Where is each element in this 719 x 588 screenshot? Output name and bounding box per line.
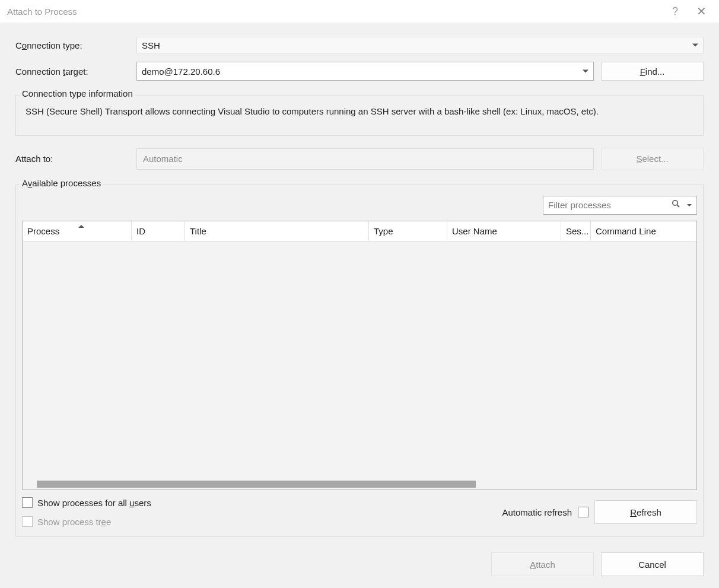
column-command-line[interactable]: Command Line <box>591 221 696 241</box>
label-part: sers <box>134 498 151 508</box>
available-processes-legend: Available processes <box>20 178 103 188</box>
find-button[interactable]: Find... <box>601 62 704 81</box>
label-part: e <box>106 517 111 527</box>
connection-info-text: SSH (Secure Shell) Transport allows conn… <box>26 105 693 119</box>
grid-body <box>23 241 696 479</box>
chevron-down-icon[interactable] <box>687 204 692 206</box>
label-mnemonic: A <box>530 560 536 570</box>
label-part: nnection type: <box>27 40 82 50</box>
column-id[interactable]: ID <box>132 221 185 241</box>
show-all-users-checkbox[interactable]: Show processes for all users <box>22 497 151 508</box>
attach-to-text: Automatic <box>143 154 183 164</box>
checkbox-icon <box>22 497 33 508</box>
connection-target-value: demo@172.20.60.6 <box>142 66 220 77</box>
refresh-cluster: Automatic refresh Refresh <box>502 500 697 524</box>
attach-to-row: Attach to: Automatic Select... <box>15 148 704 170</box>
processes-bottom-row: Show processes for all users Show proces… <box>22 497 697 527</box>
titlebar: Attach to Process ? ✕ <box>0 0 719 23</box>
show-process-tree-label: Show process tree <box>37 517 111 527</box>
grid-header: Process ID Title Type User Name Ses... C… <box>23 221 696 241</box>
label-part: ttach <box>536 560 555 570</box>
attach-to-label: Attach to: <box>15 154 136 164</box>
column-user-name[interactable]: User Name <box>447 221 561 241</box>
column-session[interactable]: Ses... <box>561 221 591 241</box>
attach-to-process-dialog: Attach to Process ? ✕ Connection type: S… <box>0 0 719 588</box>
select-button: Select... <box>601 148 704 170</box>
svg-line-1 <box>677 205 679 207</box>
refresh-button[interactable]: Refresh <box>594 500 697 524</box>
label-part: Show processes for all <box>37 498 129 508</box>
connection-type-row: Connection type: SSH <box>15 37 704 53</box>
window-title: Attach to Process <box>5 7 662 17</box>
process-checks: Show processes for all users Show proces… <box>22 497 151 527</box>
label-part: efresh <box>637 507 661 517</box>
chevron-down-icon <box>583 70 588 73</box>
attach-to-value: Automatic <box>136 148 594 170</box>
label-part: arget: <box>65 66 88 77</box>
search-icon <box>672 199 681 211</box>
connection-target-label: Connection target: <box>15 66 136 77</box>
horizontal-scrollbar[interactable] <box>23 479 696 490</box>
attach-button: Attach <box>491 552 594 576</box>
dialog-footer: Attach Cancel <box>15 552 704 576</box>
label-part: ind... <box>645 66 665 77</box>
label-part: Show process tr <box>37 517 101 527</box>
help-icon[interactable]: ? <box>662 5 688 18</box>
connection-target-combo[interactable]: demo@172.20.60.6 <box>136 62 594 81</box>
show-all-users-label: Show processes for all users <box>37 498 151 508</box>
show-process-tree-checkbox: Show process tree <box>22 516 151 527</box>
column-label: Process <box>27 226 59 236</box>
label-mnemonic: e <box>101 517 106 527</box>
available-processes-group: Available processes Filter processes Pro… <box>15 185 704 538</box>
scrollbar-thumb[interactable] <box>37 481 476 488</box>
checkbox-icon <box>22 516 33 527</box>
column-type[interactable]: Type <box>369 221 447 241</box>
label-part: ailable processes <box>32 178 101 188</box>
label-part: elect... <box>642 154 668 164</box>
label-mnemonic: o <box>22 40 27 50</box>
label-mnemonic: R <box>630 507 637 517</box>
label-part: A <box>22 178 28 188</box>
cancel-button[interactable]: Cancel <box>601 552 704 576</box>
svg-point-0 <box>673 200 677 205</box>
connection-target-row: Connection target: demo@172.20.60.6 Find… <box>15 62 704 81</box>
column-process[interactable]: Process <box>23 221 132 241</box>
close-icon[interactable]: ✕ <box>688 4 714 18</box>
filter-row: Filter processes <box>22 196 697 215</box>
automatic-refresh-label: Automatic refresh <box>502 507 572 517</box>
label-part: C <box>15 40 22 50</box>
label-mnemonic: F <box>640 66 645 77</box>
filter-processes-input[interactable]: Filter processes <box>543 196 697 215</box>
content-area: Connection type: SSH Connection target: … <box>0 23 719 588</box>
automatic-refresh-checkbox[interactable] <box>578 507 588 517</box>
label-part: Connection <box>15 66 63 77</box>
connection-type-label: Connection type: <box>15 40 136 50</box>
connection-type-value: SSH <box>142 40 160 50</box>
chevron-down-icon <box>692 44 698 47</box>
label-mnemonic: S <box>636 154 642 164</box>
process-grid[interactable]: Process ID Title Type User Name Ses... C… <box>22 221 697 491</box>
filter-placeholder: Filter processes <box>548 200 668 210</box>
connection-info-legend: Connection type information <box>20 88 135 98</box>
column-title[interactable]: Title <box>185 221 369 241</box>
connection-type-combo[interactable]: SSH <box>136 37 704 53</box>
connection-info-group: Connection type information SSH (Secure … <box>15 95 704 136</box>
